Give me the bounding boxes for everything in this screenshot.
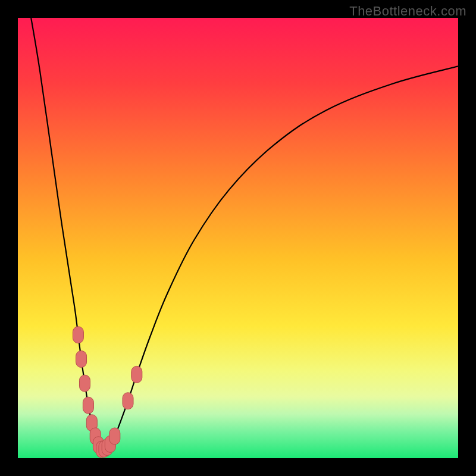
data-marker xyxy=(123,393,133,409)
marker-group xyxy=(73,327,142,458)
data-marker xyxy=(73,327,83,343)
data-marker xyxy=(79,375,90,392)
chart-frame xyxy=(18,18,458,458)
watermark: TheBottleneck.com xyxy=(349,4,466,19)
bottleneck-curve-chart xyxy=(18,18,458,458)
v-curve xyxy=(31,18,458,450)
data-marker xyxy=(83,397,93,414)
data-marker xyxy=(76,351,87,368)
data-marker xyxy=(131,366,142,383)
data-marker xyxy=(109,428,120,444)
